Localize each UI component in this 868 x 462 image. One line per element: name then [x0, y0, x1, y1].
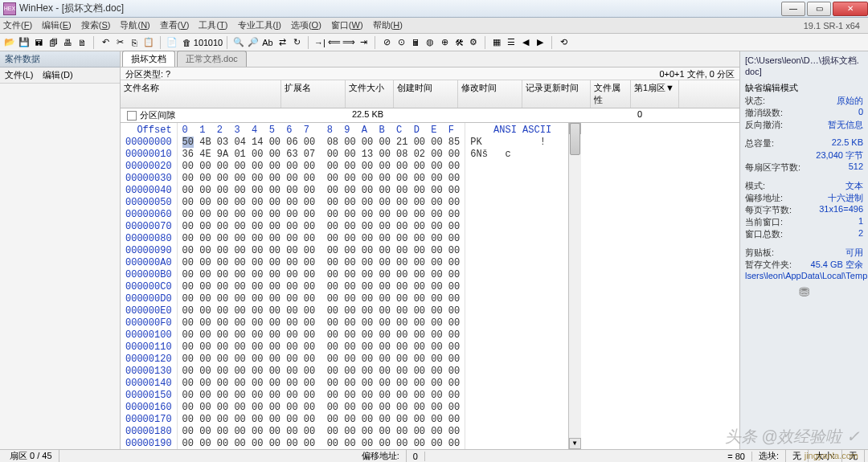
- info-key: 反向撤消:: [745, 119, 783, 131]
- hex-101-icon[interactable]: 101: [194, 36, 207, 49]
- hex-010-icon[interactable]: 010: [209, 36, 222, 49]
- left-edit-menu[interactable]: 编辑(D): [43, 69, 72, 81]
- column-header[interactable]: 记录更新时间: [522, 80, 591, 108]
- tab-损坏文档[interactable]: 损坏文档: [122, 51, 175, 67]
- close-button[interactable]: ✕: [833, 2, 868, 16]
- sync-icon[interactable]: ⟲: [557, 36, 570, 49]
- find-icon[interactable]: 🔍: [232, 36, 245, 49]
- minimize-button[interactable]: —: [781, 2, 805, 16]
- save-all-icon[interactable]: 🗐: [47, 36, 59, 49]
- forward-icon[interactable]: ⟹: [342, 36, 355, 49]
- disk1-icon[interactable]: ⊘: [380, 36, 393, 49]
- tab-正常文档.doc[interactable]: 正常文档.doc: [177, 51, 247, 67]
- hex-editor[interactable]: Offset 00000000 00000010 00000020 000000…: [121, 123, 739, 449]
- menu-o[interactable]: 选项(O): [291, 20, 321, 30]
- play-right-icon[interactable]: ▶: [534, 36, 547, 49]
- find-text-icon[interactable]: Ab: [261, 36, 274, 49]
- maximize-button[interactable]: ▭: [807, 2, 831, 16]
- find-next-icon[interactable]: ↻: [290, 36, 303, 49]
- offset-column: Offset 00000000 00000010 00000020 000000…: [121, 123, 178, 449]
- play-left-icon[interactable]: ◀: [519, 36, 532, 49]
- menu-e[interactable]: 编辑(E): [42, 20, 72, 30]
- menu-f[interactable]: 文件(F): [3, 20, 32, 30]
- find-hex-icon[interactable]: 🔎: [247, 36, 260, 49]
- hex-scrollbar[interactable]: ▴ ▾: [568, 123, 581, 449]
- info-value: 23,040 字节: [816, 149, 863, 161]
- info-value: 1: [858, 216, 863, 228]
- column-header[interactable]: 创建时间: [394, 80, 458, 108]
- cut-icon[interactable]: ✂: [113, 36, 126, 49]
- info-key: 暂存文件夹:: [745, 259, 792, 271]
- info-value: 原始的: [837, 95, 863, 107]
- table-cell: [526, 109, 594, 121]
- column-header[interactable]: 修改时间: [458, 80, 522, 108]
- info-key: 剪贴板:: [745, 247, 774, 259]
- column-header[interactable]: 文件大小: [346, 80, 394, 108]
- info-value: 31x16=496: [819, 204, 863, 216]
- file-count-label: 0+0+1 文件, 0 分区: [659, 68, 735, 79]
- paste-icon[interactable]: 📋: [142, 36, 155, 49]
- options-icon[interactable]: ⚙: [467, 36, 480, 49]
- open-disk-icon[interactable]: 💾: [18, 36, 31, 49]
- menu-i[interactable]: 专业工具(I): [238, 20, 281, 30]
- info-value: 可用: [845, 247, 863, 259]
- print-icon[interactable]: 🖶: [61, 36, 74, 49]
- replace-icon[interactable]: ⇄: [276, 36, 289, 49]
- goto-icon[interactable]: →|: [313, 36, 326, 49]
- info-line: 反向撤消:暂无信息: [745, 119, 863, 131]
- analyze-icon[interactable]: ◍: [424, 36, 436, 49]
- toolbar-separator: [485, 36, 485, 49]
- undo-icon[interactable]: ↶: [99, 36, 112, 49]
- hex-column[interactable]: 0 1 2 3 4 5 6 7 8 9 A B C D E F 50 4B 03…: [178, 123, 466, 449]
- version-label: 19.1 SR-1 x64: [804, 21, 865, 31]
- open-folder-icon[interactable]: 📂: [3, 36, 16, 49]
- info-key: 偏移地址:: [745, 192, 783, 204]
- info-key: 每扇区字节数:: [745, 161, 800, 174]
- table-row[interactable]: 分区间隙22.5 KB0: [121, 108, 739, 122]
- file-path: [C:\Users\leon\D…\损坏文档.doc]: [745, 55, 863, 76]
- save-icon[interactable]: 🖬: [32, 36, 45, 49]
- disk2-icon[interactable]: ⊙: [395, 36, 407, 49]
- info-value: 22.5 KB: [832, 137, 863, 149]
- scroll-down-icon[interactable]: ▾: [569, 438, 581, 449]
- column-header[interactable]: 文件属性: [591, 80, 631, 108]
- menu-v[interactable]: 查看(V): [160, 20, 190, 30]
- case-data-header[interactable]: 案件数据: [0, 51, 120, 67]
- list-icon[interactable]: ☰: [505, 36, 518, 49]
- info-value: 512: [849, 161, 863, 174]
- delete-icon[interactable]: 🗑: [180, 36, 193, 49]
- info-line: 每页字节数:31x16=496: [745, 204, 863, 216]
- volume-info-row: 分区类型: ? 0+0+1 文件, 0 分区: [121, 67, 739, 80]
- info-line: 剪贴板:可用: [745, 247, 863, 259]
- calc-icon[interactable]: 🖩: [409, 36, 422, 49]
- info-line: lsers\leon\AppData\Local\Temp: [745, 271, 863, 280]
- table-cell: [397, 109, 461, 121]
- menu-n[interactable]: 导航(N): [120, 20, 149, 30]
- clipboard-icon[interactable]: 📄: [166, 36, 178, 49]
- grid-icon[interactable]: ▦: [490, 36, 503, 49]
- info-value: 2: [858, 228, 863, 240]
- back-icon[interactable]: ⟸: [328, 36, 341, 49]
- menu-h[interactable]: 帮助(H): [373, 20, 403, 30]
- menu-s[interactable]: 搜索(S): [81, 20, 111, 30]
- column-header[interactable]: 扩展名: [281, 80, 346, 108]
- goto-sector-icon[interactable]: ⇥: [357, 36, 370, 49]
- column-header[interactable]: 文件名称: [121, 80, 281, 108]
- column-header[interactable]: 第1扇区▼: [631, 80, 679, 108]
- table-cell: [461, 109, 526, 121]
- tools-icon[interactable]: 🛠: [452, 36, 465, 49]
- properties-icon[interactable]: 🗎: [76, 36, 88, 49]
- scroll-thumb[interactable]: [570, 123, 580, 155]
- file-table: 文件名称扩展名文件大小创建时间修改时间记录更新时间文件属性第1扇区▼ 分区间隙2…: [121, 80, 739, 123]
- menu-t[interactable]: 工具(T): [199, 20, 227, 30]
- ascii-column[interactable]: ANSI ASCII PK ! 6Nš c: [465, 123, 567, 449]
- selection-na: 无: [786, 450, 809, 462]
- left-file-menu[interactable]: 文件(L): [5, 69, 33, 81]
- info-line: 总容量:22.5 KB: [745, 137, 863, 149]
- position-icon[interactable]: ⊕: [438, 36, 451, 49]
- case-data-panel: 案件数据 文件(L) 编辑(D): [0, 51, 121, 449]
- toolbar-separator: [551, 36, 552, 49]
- info-line: 窗口总数:2: [745, 228, 863, 240]
- copy-icon[interactable]: ⎘: [128, 36, 141, 49]
- menu-w[interactable]: 窗口(W): [331, 20, 363, 30]
